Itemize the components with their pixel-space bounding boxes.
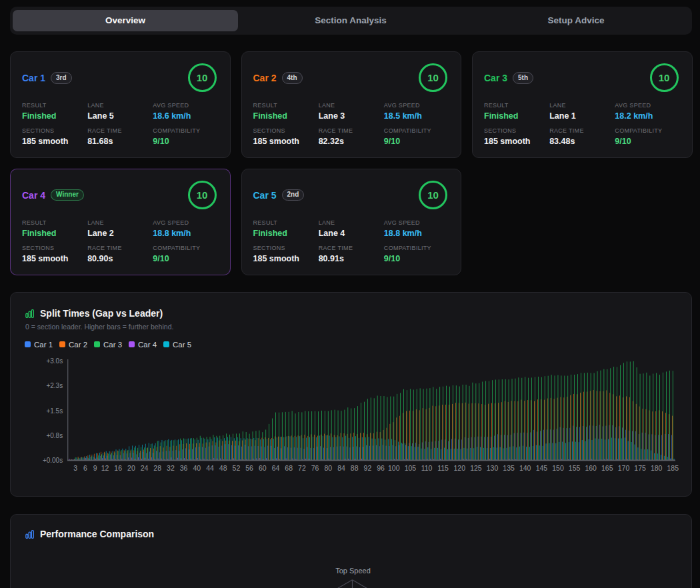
- svg-text:64: 64: [272, 464, 280, 472]
- svg-text:135: 135: [503, 464, 515, 472]
- svg-text:24: 24: [141, 464, 149, 472]
- svg-text:+1.5s: +1.5s: [46, 407, 63, 415]
- svg-text:155: 155: [569, 464, 581, 472]
- svg-text:56: 56: [245, 464, 253, 472]
- svg-text:68: 68: [285, 464, 293, 472]
- svg-text:105: 105: [405, 464, 417, 472]
- svg-text:125: 125: [470, 464, 482, 472]
- svg-text:+0.00s: +0.00s: [43, 457, 63, 464]
- svg-text:92: 92: [364, 464, 372, 472]
- svg-text:+0.8s: +0.8s: [46, 432, 63, 439]
- svg-text:150: 150: [552, 464, 564, 472]
- svg-text:76: 76: [311, 464, 319, 472]
- svg-text:175: 175: [634, 464, 646, 472]
- svg-text:32: 32: [167, 464, 175, 472]
- svg-text:185: 185: [667, 464, 679, 472]
- svg-text:52: 52: [233, 464, 241, 472]
- svg-text:84: 84: [337, 464, 345, 472]
- svg-text:170: 170: [618, 464, 630, 472]
- svg-text:130: 130: [487, 464, 499, 472]
- svg-text:28: 28: [153, 464, 161, 472]
- svg-text:6: 6: [83, 464, 87, 472]
- svg-text:16: 16: [114, 464, 122, 472]
- svg-text:120: 120: [454, 464, 466, 472]
- svg-text:115: 115: [437, 464, 449, 472]
- svg-text:110: 110: [421, 464, 433, 472]
- svg-text:88: 88: [351, 464, 359, 472]
- svg-text:145: 145: [536, 464, 548, 472]
- svg-text:165: 165: [601, 464, 613, 472]
- svg-text:40: 40: [193, 464, 201, 472]
- svg-text:48: 48: [219, 464, 227, 472]
- svg-text:+3.0s: +3.0s: [46, 357, 63, 365]
- svg-text:36: 36: [180, 464, 188, 472]
- svg-text:60: 60: [259, 464, 267, 472]
- svg-text:9: 9: [93, 464, 97, 472]
- svg-text:44: 44: [206, 464, 214, 472]
- svg-text:140: 140: [519, 464, 531, 472]
- svg-text:20: 20: [127, 464, 135, 472]
- svg-text:180: 180: [651, 464, 663, 472]
- svg-text:100: 100: [388, 464, 400, 472]
- svg-text:160: 160: [585, 464, 597, 472]
- svg-text:+2.3s: +2.3s: [46, 382, 63, 389]
- svg-text:3: 3: [73, 464, 77, 472]
- svg-text:80: 80: [324, 464, 332, 472]
- svg-text:96: 96: [377, 464, 385, 472]
- svg-text:12: 12: [101, 464, 109, 472]
- svg-text:72: 72: [298, 464, 306, 472]
